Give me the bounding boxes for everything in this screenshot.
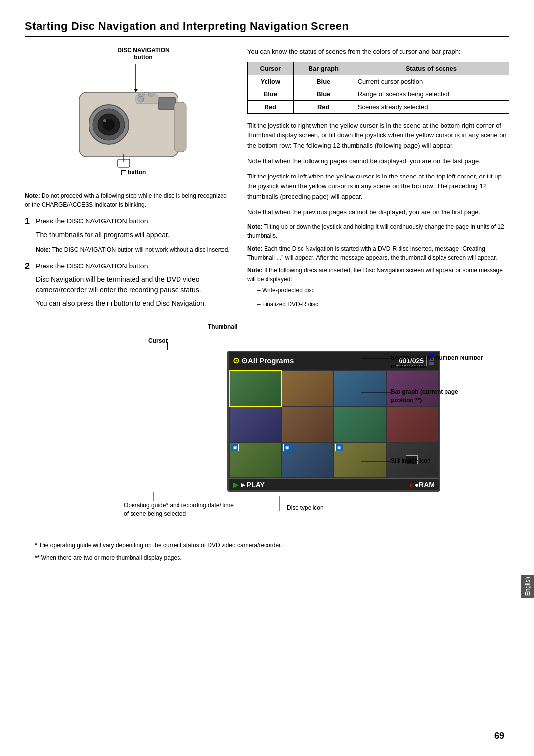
note5-item1: – Write-protected disc (257, 286, 509, 295)
note5: Note: If the following discs are inserte… (247, 266, 509, 284)
step1-num: 1 (25, 216, 34, 227)
still-icon-2: ▣ (283, 444, 291, 451)
footnote2: ** When there are two or more thumbnail … (35, 553, 509, 563)
note3: Note: Tilting up or down the joystick an… (247, 222, 509, 240)
all-programs-label: ⊙ ⊙All Programs (233, 356, 294, 365)
footnote1: * The operating guide will vary dependin… (35, 541, 509, 550)
still-icon-1: ▣ (231, 444, 239, 451)
note4-text: Each time Disc Navigation is started wit… (247, 245, 497, 261)
note4-label: Note: (247, 245, 263, 252)
footnote2-star: ** (35, 554, 39, 561)
disc-nav-label-line2: button (54, 54, 232, 61)
button-box-icon (121, 170, 126, 175)
play-btn: ▶ ►PLAY (233, 481, 265, 489)
note3-text: Tilting up or down the joystick and hold… (247, 223, 504, 239)
callout-still-image: Still image icon (391, 457, 480, 465)
thumb-3 (334, 371, 386, 406)
note4: Note: Each time Disc Navigation is start… (247, 244, 509, 262)
table-row: Yellow Blue Current cursor position (248, 75, 509, 88)
thumb-10: ▣ (282, 443, 334, 477)
thumb-2 (282, 371, 334, 406)
cursor-label: Cursor (148, 337, 168, 344)
svg-point-10 (138, 96, 144, 102)
callout-selected-scene-label: Selected scene number/ Number of all sce… (391, 355, 483, 370)
callout-selected-scene: Selected scene number/ Number of all sce… (391, 354, 490, 371)
table-header-status: Status of scenes (354, 62, 509, 75)
play-icon: ▶ (233, 481, 238, 489)
callout-operating-guide: Operating guide* and recording date/ tim… (124, 501, 237, 518)
step2-text: Press the DISC NAVIGATION button. (36, 261, 150, 271)
step1-sub: The thumbnails for all programs will app… (36, 230, 232, 240)
table-cell-status-1: Current cursor position (354, 75, 509, 88)
disc-nav-label-line1: DISC NAVIGATION (54, 47, 232, 54)
note2-label: Note: (36, 246, 51, 253)
thumb-1 (230, 371, 281, 406)
table-row: Red Red Scenes already selected (248, 100, 509, 113)
screen-footer: ▶ ►PLAY ● ●RAM (229, 478, 439, 490)
table-cell-cursor-2: Blue (248, 88, 294, 100)
step1: 1 Press the DISC NAVIGATION button. (25, 216, 232, 227)
status-table: Cursor Bar graph Status of scenes Yellow… (247, 62, 509, 114)
footnote1-text: The operating guide will vary depending … (39, 542, 282, 549)
svg-rect-12 (138, 92, 144, 96)
note2: Note: The DISC NAVIGATION button will no… (36, 245, 232, 254)
step2: 2 Press the DISC NAVIGATION button. (25, 261, 232, 272)
thumb-6 (282, 407, 334, 442)
camera-svg (40, 63, 218, 181)
note2-text: The DISC NAVIGATION button will not work… (52, 246, 230, 253)
footnote1-star: * (35, 542, 37, 549)
ram-icon: ● (409, 481, 413, 489)
thumbnail-label: Thumbnail (208, 323, 238, 330)
callout-bar-graph-label: Bar graph (current page position **) (391, 388, 458, 403)
svg-rect-13 (148, 92, 154, 96)
page-number: 69 (494, 731, 504, 741)
note1: Note: Do not proceed with a following st… (25, 191, 232, 209)
ram-btn: ● ●RAM (409, 481, 435, 489)
thumb-8 (387, 407, 438, 442)
bottom-notes: * The operating guide will vary dependin… (25, 541, 509, 563)
table-header-cursor: Cursor (248, 62, 294, 75)
table-cell-status-3: Scenes already selected (354, 100, 509, 113)
note5-label: Note: (247, 267, 263, 274)
svg-marker-1 (134, 89, 138, 92)
table-cell-status-2: Range of scenes being selected (354, 88, 509, 100)
thumb-7 (334, 407, 386, 442)
para3: Tilt the joystick to left when the yello… (247, 172, 509, 202)
svg-rect-8 (158, 97, 176, 110)
table-cell-bargraph-1: Blue (293, 75, 354, 88)
table-row: Blue Blue Range of scenes being selected (248, 88, 509, 100)
callout-disc-type-label: Disc type icon (287, 504, 324, 511)
svg-point-7 (103, 119, 106, 122)
still-icon-3: ▣ (335, 444, 343, 451)
step2-sub2: You can also press the button to end Dis… (36, 298, 232, 309)
thumb-11: ▣ (334, 443, 386, 477)
note1-label: Note: (25, 192, 40, 199)
thumb-9: ▣ (230, 443, 281, 477)
callout-still-image-label: Still image icon (391, 457, 431, 464)
button-label: button (128, 169, 146, 176)
para4: Note that when the previous pages cannot… (247, 207, 509, 218)
camera-illustration: button (40, 63, 218, 186)
note1-text: Do not proceed with a following step whi… (25, 192, 227, 208)
table-cell-bargraph-2: Blue (293, 88, 354, 100)
note5-item2: – Finalized DVD-R disc (257, 300, 509, 309)
table-cell-cursor-1: Yellow (248, 75, 294, 88)
step2-sub: Disc Navigation will be terminated and t… (36, 274, 232, 295)
para2: Note that when the following pages canno… (247, 156, 509, 167)
callout-operating-guide-label: Operating guide* and recording date/ tim… (124, 502, 234, 517)
note5-text: If the following discs are inserted, the… (247, 267, 503, 283)
page-title: Starting Disc Navigation and Interpretin… (25, 20, 509, 37)
table-cell-cursor-3: Red (248, 100, 294, 113)
footnote2-text: When there are two or more thumbnail dis… (41, 554, 182, 561)
para1: Tilt the joystick to right when the yell… (247, 121, 509, 151)
intro-text: You can know the status of scenes from t… (247, 47, 509, 57)
step2-num: 2 (25, 261, 34, 272)
bottom-section: Thumbnail Cursor ⊙ ⊙All Programs 001/025 (25, 323, 509, 563)
callout-bar-graph: Bar graph (current page position **) (391, 388, 480, 404)
thumb-5 (230, 407, 281, 442)
nav-screen: ⊙ ⊙All Programs 001/025 (227, 351, 440, 492)
english-tab: English (521, 575, 534, 598)
table-header-bargraph: Bar graph (293, 62, 354, 75)
table-cell-bargraph-3: Red (293, 100, 354, 113)
step1-text: Press the DISC NAVIGATION button. (36, 216, 150, 226)
